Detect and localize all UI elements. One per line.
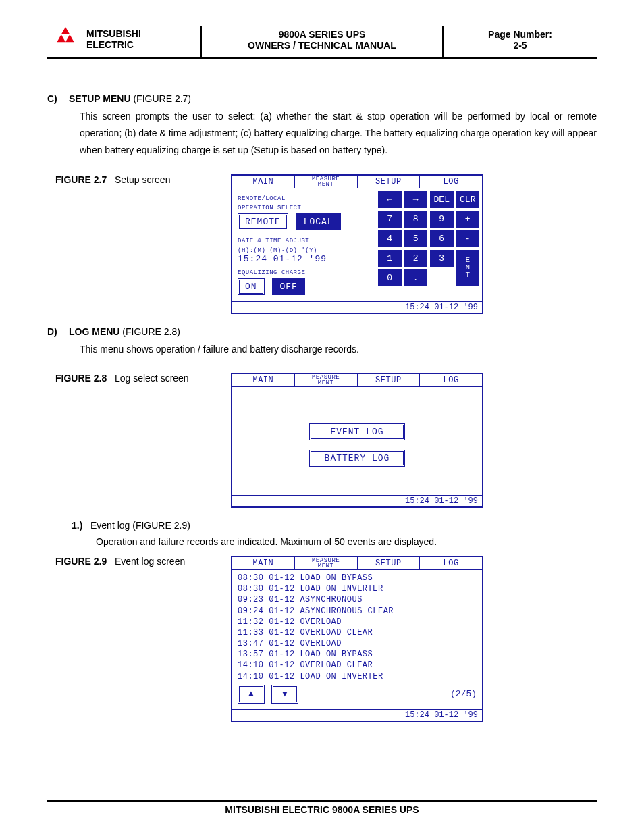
- mitsubishi-logo-icon: [51, 27, 80, 52]
- scroll-up-button[interactable]: ▲: [238, 685, 265, 704]
- remote-local-label-1: REMOTE/LOCAL: [238, 195, 369, 202]
- key-del[interactable]: DEL: [430, 191, 454, 208]
- tab-main[interactable]: MAIN: [232, 374, 295, 386]
- event-log-line: 14:10 01-12 LOAD ON INVERTER: [238, 671, 477, 682]
- page-header: MITSUBISHI ELECTRIC 9800A SERIES UPS OWN…: [47, 26, 597, 59]
- tab-measurement[interactable]: MEASUREMENT: [295, 176, 358, 188]
- status-datetime: 15:24 01-12 '99: [232, 495, 482, 506]
- doc-title-line1: 9800A SERIES UPS: [279, 29, 366, 40]
- log-select-screen-figure: MAIN MEASUREMENT SETUP LOG EVENT LOG BAT…: [231, 373, 483, 508]
- status-datetime: 15:24 01-12 '99: [232, 301, 482, 313]
- remote-local-label-2: OPERATION SELECT: [238, 205, 369, 211]
- key-left[interactable]: ←: [378, 191, 402, 208]
- key-8[interactable]: 8: [404, 211, 428, 228]
- key-9[interactable]: 9: [430, 211, 454, 228]
- fig28-label: FIGURE 2.8: [55, 373, 107, 384]
- brand-line1: MITSUBISHI: [86, 28, 141, 39]
- tab-main[interactable]: MAIN: [232, 557, 295, 569]
- event-log-screen-figure: MAIN MEASUREMENT SETUP LOG 08:30 01-12 L…: [231, 556, 483, 722]
- key-5[interactable]: 5: [404, 230, 428, 247]
- sub1-num: 1.): [72, 520, 90, 531]
- setup-screen-figure: MAIN MEASUREMENT SETUP LOG REMOTE/LOCAL …: [231, 174, 483, 314]
- fig28-text: Log select screen: [115, 373, 189, 384]
- svg-marker-2: [57, 34, 65, 42]
- event-log-button[interactable]: EVENT LOG: [309, 423, 405, 440]
- key-1[interactable]: 1: [378, 250, 402, 267]
- event-log-line: 14:10 01-12 OVERLOAD CLEAR: [238, 660, 477, 671]
- status-datetime: 15:24 01-12 '99: [232, 709, 482, 721]
- tab-main[interactable]: MAIN: [232, 176, 295, 188]
- tab-log[interactable]: LOG: [420, 176, 482, 188]
- tab-setup[interactable]: SETUP: [358, 176, 421, 188]
- section-c-letter: C): [47, 93, 69, 104]
- tab-setup[interactable]: SETUP: [358, 557, 421, 569]
- key-2[interactable]: 2: [404, 250, 428, 267]
- svg-marker-0: [61, 27, 70, 34]
- brand-line2: ELECTRIC: [86, 39, 134, 50]
- key-6[interactable]: 6: [430, 230, 454, 247]
- tab-log[interactable]: LOG: [420, 557, 482, 569]
- scroll-down-button[interactable]: ▼: [271, 685, 298, 704]
- key-0[interactable]: 0: [378, 269, 402, 286]
- event-log-list: 08:30 01-12 LOAD ON BYPASS08:30 01-12 LO…: [238, 573, 477, 682]
- page-footer: MITSUBISHI ELECTRIC 9800A SERIES UPS: [47, 800, 597, 815]
- battery-log-button[interactable]: BATTERY LOG: [309, 450, 405, 467]
- page-number-value: 2-5: [513, 40, 527, 51]
- key-clr[interactable]: CLR: [456, 191, 480, 208]
- key-7[interactable]: 7: [378, 211, 402, 228]
- doc-title-line2: OWNERS / TECHNICAL MANUAL: [248, 40, 396, 51]
- event-log-line: 11:32 01-12 OVERLOAD: [238, 617, 477, 627]
- event-log-line: 13:47 01-12 OVERLOAD: [238, 638, 477, 649]
- section-c-figref: (FIGURE 2.7): [131, 93, 191, 104]
- tab-measurement[interactable]: MEASUREMENT: [295, 374, 358, 386]
- section-d-title: LOG MENU: [69, 326, 119, 337]
- tab-log[interactable]: LOG: [420, 374, 482, 386]
- fig27-label: FIGURE 2.7: [55, 174, 107, 185]
- keypad: ← → DEL CLR 7 8 9 + 4 5 6 - 1: [378, 191, 479, 286]
- key-dot[interactable]: .: [404, 269, 428, 286]
- page-indicator: (2/5): [450, 689, 477, 699]
- section-d-body: This menu shows operation / failure and …: [80, 341, 597, 358]
- section-d-letter: D): [47, 326, 69, 337]
- event-log-line: 09:23 01-12 ASYNCHRONOUS: [238, 594, 477, 605]
- key-plus[interactable]: +: [456, 211, 480, 228]
- key-minus[interactable]: -: [456, 230, 480, 247]
- section-d-figref: (FIGURE 2.8): [119, 326, 180, 337]
- sub1-body: Operation and failure records are indica…: [96, 533, 597, 550]
- fig29-label: FIGURE 2.9: [55, 556, 107, 567]
- fig29-text: Event log screen: [115, 556, 185, 567]
- svg-marker-3: [65, 34, 74, 42]
- datetime-label-1: DATE & TIME ADJUST: [238, 238, 369, 244]
- event-log-line: 13:57 01-12 LOAD ON BYPASS: [238, 649, 477, 660]
- sub1-title: Event log (FIGURE 2.9): [90, 520, 190, 531]
- tab-measurement[interactable]: MEASUREMENT: [295, 557, 358, 569]
- equalizing-label: EQUALIZING CHARGE: [238, 269, 369, 276]
- tab-setup[interactable]: SETUP: [358, 374, 421, 386]
- event-log-line: 09:24 01-12 ASYNCHRONOUS CLEAR: [238, 606, 477, 617]
- datetime-value: 15:24 01-12 '99: [238, 254, 369, 264]
- event-log-line: 11:33 01-12 OVERLOAD CLEAR: [238, 627, 477, 638]
- fig27-text: Setup screen: [115, 174, 171, 185]
- remote-button[interactable]: REMOTE: [238, 213, 288, 230]
- eq-off-button[interactable]: OFF: [272, 278, 304, 295]
- section-c-title: SETUP MENU: [69, 93, 131, 104]
- key-3[interactable]: 3: [430, 250, 454, 267]
- event-log-line: 08:30 01-12 LOAD ON BYPASS: [238, 573, 477, 583]
- datetime-label-2: (H):(M) (M)-(D) '(Y): [238, 247, 369, 254]
- section-c-body: This screen prompts the user to select: …: [80, 108, 597, 159]
- key-right[interactable]: →: [404, 191, 428, 208]
- page-number-label: Page Number:: [488, 29, 552, 40]
- event-log-line: 08:30 01-12 LOAD ON INVERTER: [238, 583, 477, 594]
- key-ent[interactable]: E N T: [456, 250, 480, 286]
- eq-on-button[interactable]: ON: [238, 278, 265, 295]
- key-4[interactable]: 4: [378, 230, 402, 247]
- local-button[interactable]: LOCAL: [296, 213, 341, 230]
